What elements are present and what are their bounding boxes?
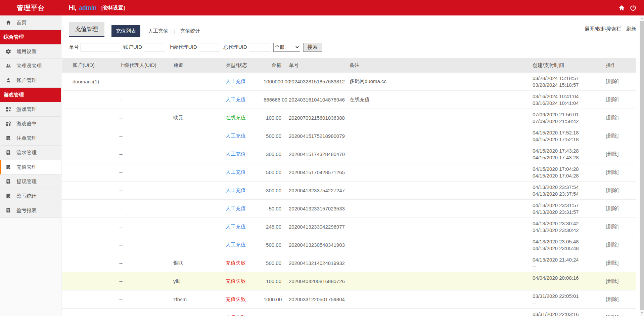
sidebar-item[interactable]: 充值管理 <box>0 160 61 174</box>
cell-agent: -- <box>119 309 173 316</box>
search-field-label: 上级代理UID <box>168 44 197 50</box>
cell-channel <box>173 218 225 236</box>
created-time: 04/04/2020 20:08:16 <box>533 275 603 281</box>
sidebar-item-label: 游戏赔率 <box>16 121 37 127</box>
delete-link[interactable]: [删除] <box>606 224 618 229</box>
status-text: 人工充值 <box>226 205 246 211</box>
cell-channel: 银联 <box>173 254 225 272</box>
scroll-up-arrow[interactable]: ▲ <box>640 16 644 21</box>
cell-time: 07/09/2020 21:56:0107/09/2020 21:58:42 <box>529 109 603 127</box>
sidebar-item[interactable]: 管理员管理 <box>0 59 61 73</box>
tab[interactable]: 充值统计 <box>176 25 205 37</box>
recharge-table-wrap: 账户(UID)上级代理人(UID)通道类型/状态金额单号备注创建/支付时间操作d… <box>62 58 640 316</box>
greeting-prefix: Hi, <box>69 4 77 11</box>
cell-actions: [删除] <box>603 290 636 309</box>
cell-account <box>62 127 119 145</box>
power-icon[interactable] <box>630 4 637 11</box>
search-field-label: 单号 <box>69 44 79 50</box>
cell-time: 03/31/2020 22:05:01-- <box>529 290 603 309</box>
tab[interactable]: 人工充值 <box>144 25 173 37</box>
sidebar-item[interactable]: 注单管理 <box>0 131 61 146</box>
cell-amount: 500.00 <box>264 163 285 182</box>
search-button[interactable]: 搜索 <box>303 43 322 52</box>
cell-channel: zfbsm <box>173 290 225 309</box>
scroll-down-arrow[interactable]: ▼ <box>640 311 644 316</box>
status-filter-select[interactable]: 全部 <box>273 43 300 52</box>
cell-actions: [删除] <box>603 163 636 182</box>
home-icon[interactable] <box>618 4 625 11</box>
sidebar-item-label: 账户管理 <box>16 77 37 84</box>
delete-link[interactable]: [删除] <box>606 115 618 120</box>
delete-link[interactable]: [删除] <box>606 133 618 139</box>
created-time: 07/09/2020 21:56:01 <box>533 111 603 118</box>
main-content: 充值管理 充值列表|人工充值|充值统计 展开/收起搜索栏 刷新 单号账户UID上… <box>62 15 640 316</box>
sidebar-item[interactable]: 盈亏报表 <box>0 203 61 218</box>
profile-settings-link[interactable]: [资料设置] <box>101 5 125 11</box>
search-input[interactable] <box>81 43 120 51</box>
cell-amount: 1000.00 <box>264 309 285 316</box>
search-input[interactable] <box>249 43 270 51</box>
column-header: 单号 <box>285 58 346 73</box>
cell-status: 人工充值 <box>225 145 264 163</box>
table-row: --人工充值500.002020041323054834190304/13/20… <box>62 236 636 254</box>
delete-link[interactable]: [删除] <box>606 314 618 316</box>
delete-link[interactable]: [删除] <box>606 78 618 84</box>
grid-icon <box>5 121 11 127</box>
cell-agent: -- <box>119 145 173 163</box>
cell-remark <box>346 200 529 218</box>
cell-status: 人工充值 <box>225 200 264 218</box>
cell-remark <box>346 145 529 163</box>
delete-link[interactable]: [删除] <box>606 169 618 175</box>
toggle-search-link[interactable]: 展开/收起搜索栏 <box>585 26 621 32</box>
table-row: --zfbsm充值失败1000.002020033122050175980403… <box>62 290 636 309</box>
created-time: 03/28/2024 15:18:57 <box>533 75 603 82</box>
sidebar-item[interactable]: 流水管理 <box>0 146 61 160</box>
cell-status: 人工充值 <box>225 127 264 145</box>
column-header: 类型/状态 <box>225 58 264 73</box>
sidebar-item[interactable]: 游戏管理 <box>0 102 61 117</box>
cell-time: 04/15/2020 17:52:1804/15/2020 17:52:18 <box>529 127 603 145</box>
cell-channel <box>173 182 225 200</box>
sidebar-item[interactable]: 盈亏统计 <box>0 189 61 203</box>
search-bar: 单号账户UID上级代理UID总代理UID全部搜索 <box>69 42 640 52</box>
delete-link[interactable]: [删除] <box>606 278 618 284</box>
cell-agent: -- <box>119 91 173 109</box>
status-text: 人工充值 <box>226 96 246 102</box>
sidebar-item-label: 首页 <box>16 19 27 26</box>
delete-link[interactable]: [删除] <box>606 260 618 266</box>
cell-actions: [删除] <box>603 145 636 163</box>
cell-remark <box>346 254 529 272</box>
refresh-link[interactable]: 刷新 <box>626 26 636 32</box>
vertical-scrollbar[interactable]: ▲ ▼ <box>640 15 644 316</box>
cell-account <box>62 200 119 218</box>
delete-link[interactable]: [删除] <box>606 296 618 302</box>
sidebar-item[interactable]: 游戏赔率 <box>0 117 61 131</box>
cell-time: 03/16/2024 10:41:0403/16/2024 10:41:04 <box>529 91 603 109</box>
sidebar-item[interactable]: 账户管理 <box>0 73 61 88</box>
search-input[interactable] <box>199 43 220 51</box>
delete-link[interactable]: [删除] <box>606 151 618 157</box>
delete-link[interactable]: [删除] <box>606 242 618 247</box>
search-input[interactable] <box>144 43 165 51</box>
sidebar-item[interactable]: 首页 <box>0 15 61 30</box>
cell-status: 充值失败 <box>225 254 264 272</box>
table-row: --人工充值248.002020041323304229697704/13/20… <box>62 218 636 236</box>
paid-time: 07/09/2020 21:58:42 <box>533 118 603 125</box>
sidebar-item[interactable]: 提现管理 <box>0 174 61 189</box>
cell-remark <box>346 236 529 254</box>
delete-link[interactable]: [删除] <box>606 205 618 211</box>
delete-link[interactable]: [删除] <box>606 187 618 193</box>
created-time: 04/13/2020 23:37:54 <box>533 184 603 191</box>
sidebar-item[interactable]: 通用设置 <box>0 44 61 59</box>
tab[interactable]: 充值列表 <box>111 25 140 37</box>
page-title: 充值管理 <box>69 22 104 37</box>
column-header: 金额 <box>264 58 285 73</box>
cell-agent: -- <box>119 127 173 145</box>
created-time: 04/13/2020 23:05:48 <box>533 238 603 245</box>
cell-status: 人工充值 <box>225 73 264 91</box>
cell-order-no: 20200413230548341903 <box>285 236 346 254</box>
cell-agent: -- <box>119 254 173 272</box>
paid-time: 04/15/2020 17:04:28 <box>533 172 603 179</box>
delete-link[interactable]: [删除] <box>606 96 618 102</box>
scrollbar-thumb[interactable] <box>640 21 644 310</box>
